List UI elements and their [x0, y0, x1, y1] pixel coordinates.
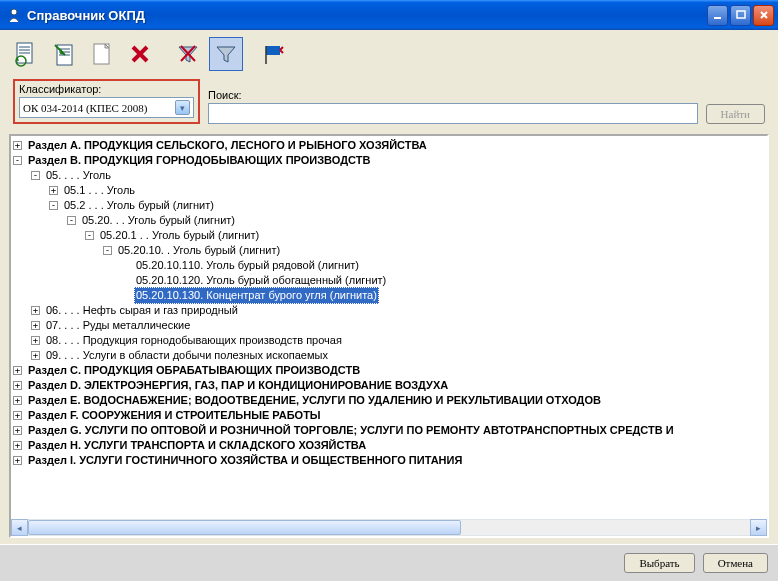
collapse-icon[interactable]: - — [49, 201, 58, 210]
tree-node-label: 05.20.10. . Уголь бурый (лигнит) — [116, 243, 282, 258]
window-title: Справочник ОКПД — [27, 8, 707, 23]
expand-icon[interactable]: + — [49, 186, 58, 195]
tree-node[interactable]: -05.20.10. . Уголь бурый (лигнит) — [13, 243, 765, 258]
tree-node-label: 06. . . . Нефть сырая и газ природный — [44, 303, 240, 318]
tree-panel: +Раздел A. ПРОДУКЦИЯ СЕЛЬСКОГО, ЛЕСНОГО … — [9, 134, 769, 538]
tree-node[interactable]: +Раздел A. ПРОДУКЦИЯ СЕЛЬСКОГО, ЛЕСНОГО … — [13, 138, 765, 153]
tree-node-label: 05.20.10.120. Уголь бурый обогащенный (л… — [134, 273, 388, 288]
classifier-label: Классификатор: — [19, 83, 194, 95]
expand-icon[interactable]: + — [13, 456, 22, 465]
tree-node-label: Раздел G. УСЛУГИ ПО ОПТОВОЙ И РОЗНИЧНОЙ … — [26, 423, 676, 438]
tree-node-label: 05.2 . . . Уголь бурый (лигнит) — [62, 198, 216, 213]
svg-rect-7 — [266, 46, 280, 55]
tree-node-label: 05.1 . . . Уголь — [62, 183, 137, 198]
scroll-left-button[interactable]: ◂ — [11, 519, 28, 536]
horizontal-scrollbar[interactable]: ◂ ▸ — [11, 519, 767, 536]
chevron-down-icon: ▾ — [175, 100, 190, 115]
toolbar-new[interactable] — [85, 37, 119, 71]
classifier-highlight: Классификатор: ОК 034-2014 (КПЕС 2008) ▾ — [13, 79, 200, 124]
svg-rect-1 — [714, 17, 721, 19]
expand-icon[interactable]: + — [13, 396, 22, 405]
svg-point-0 — [11, 9, 17, 15]
tree-node-label: 05.20.10.110. Уголь бурый рядовой (лигни… — [134, 258, 361, 273]
expand-icon[interactable]: + — [31, 321, 40, 330]
tree-node[interactable]: +09. . . . Услуги в области добычи полез… — [13, 348, 765, 363]
tree-node[interactable]: 05.20.10.130. Концентрат бурого угля (ли… — [13, 288, 765, 303]
tree-node-label: 07. . . . Руды металлические — [44, 318, 192, 333]
tree-node[interactable]: +Раздел H. УСЛУГИ ТРАНСПОРТА И СКЛАДСКОГ… — [13, 438, 765, 453]
tree-node-label: 05.20.10.130. Концентрат бурого угля (ли… — [134, 287, 379, 304]
cancel-button[interactable]: Отмена — [703, 553, 768, 573]
tree-node[interactable]: -05.2 . . . Уголь бурый (лигнит) — [13, 198, 765, 213]
tree-node[interactable]: +06. . . . Нефть сырая и газ природный — [13, 303, 765, 318]
collapse-icon[interactable]: - — [31, 171, 40, 180]
scroll-track[interactable] — [28, 519, 750, 536]
tree-node[interactable]: -Раздел B. ПРОДУКЦИЯ ГОРНОДОБЫВАЮЩИХ ПРО… — [13, 153, 765, 168]
classifier-value: ОК 034-2014 (КПЕС 2008) — [23, 102, 147, 114]
tree-node-label: Раздел I. УСЛУГИ ГОСТИНИЧНОГО ХОЗЯЙСТВА … — [26, 453, 464, 468]
tree-node-label: 05.20. . . Уголь бурый (лигнит) — [80, 213, 237, 228]
expand-icon[interactable]: + — [31, 306, 40, 315]
tree-node[interactable]: -05.20.1 . . Уголь бурый (лигнит) — [13, 228, 765, 243]
collapse-icon[interactable]: - — [85, 231, 94, 240]
toolbar-refresh-page[interactable] — [9, 37, 43, 71]
find-button[interactable]: Найти — [706, 104, 765, 124]
close-button[interactable] — [753, 5, 774, 26]
tree-node[interactable]: +05.1 . . . Уголь — [13, 183, 765, 198]
svg-rect-2 — [737, 11, 745, 18]
app-icon — [6, 7, 22, 23]
toolbar-filter-off[interactable] — [171, 37, 205, 71]
tree-node[interactable]: +08. . . . Продукция горнодобывающих про… — [13, 333, 765, 348]
tree-node-label: 08. . . . Продукция горнодобывающих прои… — [44, 333, 344, 348]
search-input[interactable] — [208, 103, 698, 124]
tree-node[interactable]: 05.20.10.120. Уголь бурый обогащенный (л… — [13, 273, 765, 288]
toolbar — [3, 33, 775, 75]
classifier-select[interactable]: ОК 034-2014 (КПЕС 2008) ▾ — [19, 97, 194, 118]
tree-node-label: Раздел B. ПРОДУКЦИЯ ГОРНОДОБЫВАЮЩИХ ПРОИ… — [26, 153, 372, 168]
tree[interactable]: +Раздел A. ПРОДУКЦИЯ СЕЛЬСКОГО, ЛЕСНОГО … — [11, 136, 767, 519]
titlebar: Справочник ОКПД — [0, 0, 778, 30]
toolbar-delete[interactable] — [123, 37, 157, 71]
collapse-icon[interactable]: - — [13, 156, 22, 165]
tree-node[interactable]: -05. . . . Уголь — [13, 168, 765, 183]
expand-icon[interactable]: + — [13, 441, 22, 450]
toolbar-filter[interactable] — [209, 37, 243, 71]
select-button[interactable]: Выбрать — [624, 553, 694, 573]
tree-node-label: Раздел F. СООРУЖЕНИЯ И СТРОИТЕЛЬНЫЕ РАБО… — [26, 408, 323, 423]
collapse-icon[interactable]: - — [103, 246, 112, 255]
expand-icon[interactable]: + — [13, 366, 22, 375]
tree-node[interactable]: +Раздел I. УСЛУГИ ГОСТИНИЧНОГО ХОЗЯЙСТВА… — [13, 453, 765, 468]
tree-node[interactable]: +07. . . . Руды металлические — [13, 318, 765, 333]
toolbar-export[interactable] — [47, 37, 81, 71]
tree-node[interactable]: +Раздел E. ВОДОСНАБЖЕНИЕ; ВОДООТВЕДЕНИЕ,… — [13, 393, 765, 408]
tree-node[interactable]: -05.20. . . Уголь бурый (лигнит) — [13, 213, 765, 228]
collapse-icon[interactable]: - — [67, 216, 76, 225]
expand-icon[interactable]: + — [13, 381, 22, 390]
tree-node-label: Раздел D. ЭЛЕКТРОЭНЕРГИЯ, ГАЗ, ПАР И КОН… — [26, 378, 450, 393]
search-label: Поиск: — [208, 89, 698, 101]
tree-node[interactable]: +Раздел G. УСЛУГИ ПО ОПТОВОЙ И РОЗНИЧНОЙ… — [13, 423, 765, 438]
tree-node-label: Раздел C. ПРОДУКЦИЯ ОБРАБАТЫВАЮЩИХ ПРОИЗ… — [26, 363, 362, 378]
tree-node[interactable]: +Раздел D. ЭЛЕКТРОЭНЕРГИЯ, ГАЗ, ПАР И КО… — [13, 378, 765, 393]
tree-node[interactable]: +Раздел C. ПРОДУКЦИЯ ОБРАБАТЫВАЮЩИХ ПРОИ… — [13, 363, 765, 378]
scroll-thumb[interactable] — [28, 520, 461, 535]
maximize-button[interactable] — [730, 5, 751, 26]
scroll-right-button[interactable]: ▸ — [750, 519, 767, 536]
bottom-bar: Выбрать Отмена — [0, 544, 778, 581]
minimize-button[interactable] — [707, 5, 728, 26]
tree-node[interactable]: 05.20.10.110. Уголь бурый рядовой (лигни… — [13, 258, 765, 273]
tree-node-label: 05. . . . Уголь — [44, 168, 113, 183]
expand-icon[interactable]: + — [13, 426, 22, 435]
tree-node-label: Раздел H. УСЛУГИ ТРАНСПОРТА И СКЛАДСКОГО… — [26, 438, 368, 453]
tree-node-label: Раздел E. ВОДОСНАБЖЕНИЕ; ВОДООТВЕДЕНИЕ, … — [26, 393, 603, 408]
tree-node-label: 09. . . . Услуги в области добычи полезн… — [44, 348, 330, 363]
expand-icon[interactable]: + — [13, 411, 22, 420]
tree-node-label: 05.20.1 . . Уголь бурый (лигнит) — [98, 228, 261, 243]
tree-node[interactable]: +Раздел F. СООРУЖЕНИЯ И СТРОИТЕЛЬНЫЕ РАБ… — [13, 408, 765, 423]
tree-node-label: Раздел A. ПРОДУКЦИЯ СЕЛЬСКОГО, ЛЕСНОГО И… — [26, 138, 429, 153]
toolbar-flag[interactable] — [257, 37, 291, 71]
expand-icon[interactable]: + — [31, 336, 40, 345]
expand-icon[interactable]: + — [13, 141, 22, 150]
expand-icon[interactable]: + — [31, 351, 40, 360]
